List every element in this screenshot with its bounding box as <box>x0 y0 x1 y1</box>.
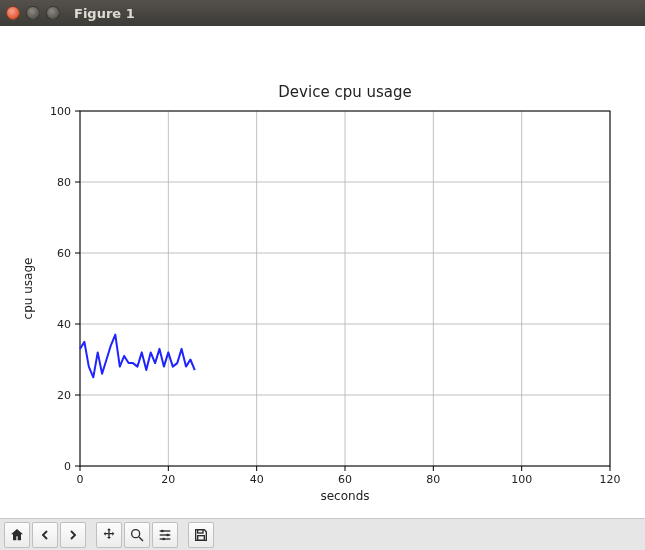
svg-text:100: 100 <box>50 105 71 118</box>
home-icon <box>9 527 25 543</box>
move-icon <box>101 527 117 543</box>
svg-point-49 <box>166 534 169 537</box>
svg-text:Device cpu usage: Device cpu usage <box>278 83 411 101</box>
svg-text:seconds: seconds <box>320 489 369 503</box>
zoom-icon <box>129 527 145 543</box>
svg-text:100: 100 <box>511 473 532 486</box>
plot-svg: 020406080100120020406080100secondscpu us… <box>0 26 645 518</box>
svg-text:120: 120 <box>600 473 621 486</box>
save-button[interactable] <box>188 522 214 548</box>
zoom-button[interactable] <box>124 522 150 548</box>
svg-text:cpu usage: cpu usage <box>21 258 35 320</box>
svg-rect-52 <box>198 536 205 541</box>
svg-text:40: 40 <box>250 473 264 486</box>
home-button[interactable] <box>4 522 30 548</box>
svg-text:0: 0 <box>64 460 71 473</box>
svg-point-48 <box>161 530 164 533</box>
close-icon[interactable] <box>6 6 20 20</box>
forward-button[interactable] <box>60 522 86 548</box>
plot-canvas: 020406080100120020406080100secondscpu us… <box>0 26 645 518</box>
svg-line-44 <box>139 537 143 541</box>
pan-button[interactable] <box>96 522 122 548</box>
svg-text:20: 20 <box>161 473 175 486</box>
sliders-icon <box>157 527 173 543</box>
maximize-icon[interactable] <box>46 6 60 20</box>
back-button[interactable] <box>32 522 58 548</box>
svg-rect-51 <box>198 530 203 533</box>
svg-text:0: 0 <box>77 473 84 486</box>
minimize-icon[interactable] <box>26 6 40 20</box>
window-title: Figure 1 <box>74 6 135 21</box>
svg-text:80: 80 <box>426 473 440 486</box>
titlebar[interactable]: Figure 1 <box>0 0 645 26</box>
svg-point-50 <box>162 538 165 541</box>
arrow-left-icon <box>37 527 53 543</box>
svg-text:60: 60 <box>338 473 352 486</box>
svg-text:20: 20 <box>57 389 71 402</box>
save-icon <box>193 527 209 543</box>
toolbar-separator <box>180 522 186 548</box>
configure-button[interactable] <box>152 522 178 548</box>
app-window: Figure 1 020406080100120020406080100seco… <box>0 0 645 550</box>
svg-text:80: 80 <box>57 176 71 189</box>
svg-text:60: 60 <box>57 247 71 260</box>
arrow-right-icon <box>65 527 81 543</box>
svg-point-43 <box>132 530 140 538</box>
svg-text:40: 40 <box>57 318 71 331</box>
mpl-toolbar <box>0 518 645 550</box>
toolbar-separator <box>88 522 94 548</box>
